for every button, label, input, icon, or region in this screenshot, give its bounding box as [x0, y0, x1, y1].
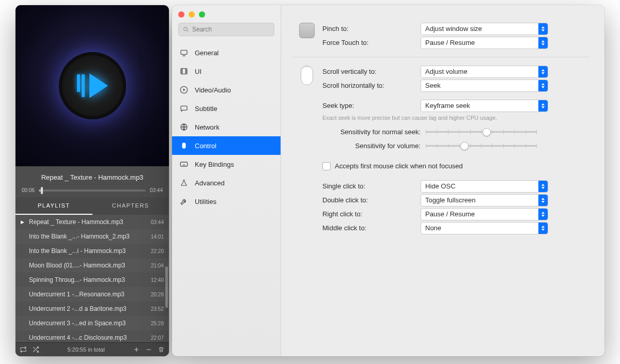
now-playing-title: Repeat _ Texture - Hammock.mp3 — [22, 173, 163, 181]
add-icon[interactable] — [133, 346, 140, 353]
keyboard-icon — [179, 160, 189, 168]
sidebar-item-subtitle[interactable]: Subtitle — [172, 99, 281, 118]
player-window: Repeat _ Texture - Hammock.mp3 00:06 03:… — [16, 5, 169, 356]
tv-icon — [179, 49, 189, 57]
double-click-label: Double click to: — [322, 196, 421, 204]
list-item[interactable]: Spinning Throug...- Hammock.mp312:40 — [16, 273, 169, 287]
sidebar-item-utilities[interactable]: Utilities — [172, 192, 281, 211]
playlist-tabs: PLAYLIST CHAPTERS — [16, 197, 169, 215]
track-duration: 20:28 — [151, 292, 164, 297]
sensitivity-seek-label: Sensitivity for normal seek: — [322, 128, 426, 136]
now-playing-bar: Repeat _ Texture - Hammock.mp3 00:06 03:… — [16, 166, 169, 197]
zoom-button[interactable] — [199, 11, 205, 18]
list-item[interactable]: Moon Blood (01....- Hammock.mp321:04 — [16, 258, 169, 273]
track-name: Undercurrent 4 -...c Disclosure.mp3 — [29, 334, 148, 341]
svg-rect-1 — [181, 50, 187, 54]
sidebar-item-key-bindings[interactable]: Key Bindings — [172, 155, 281, 173]
sidebar-item-label: Network — [195, 123, 220, 131]
first-click-label: Accepts first mouse click when not focus… — [335, 162, 463, 170]
track-duration: 03:44 — [151, 219, 164, 225]
track-duration: 14:01 — [151, 234, 164, 240]
single-click-select[interactable]: Hide OSC — [421, 180, 548, 193]
list-item[interactable]: Into the Blank _...i - Hammock.mp322:20 — [16, 244, 169, 258]
tab-chapters[interactable]: CHAPTERS — [92, 197, 169, 215]
track-name: Undercurrent 1 -...Resonance.mp3 — [29, 291, 148, 298]
sidebar-item-ui[interactable]: UI — [172, 62, 281, 81]
tab-playlist[interactable]: PLAYLIST — [16, 197, 92, 215]
playing-indicator-icon: ▶ — [21, 219, 29, 225]
svg-rect-4 — [181, 106, 187, 110]
time-elapsed: 00:06 — [22, 187, 35, 193]
player-footer: 5:20:55 in total — [16, 342, 169, 356]
scroll-vertical-select[interactable]: Adjust volume — [421, 66, 548, 78]
track-name: Into the Blank _...i - Hammock.mp3 — [29, 247, 148, 255]
pinch-label: Pinch to: — [322, 25, 421, 33]
preferences-content: Pinch to: Adjust window size Force Touch… — [281, 5, 605, 356]
track-name: Undercurrent 3 -...ed in Space.mp3 — [29, 320, 148, 327]
seek-type-select[interactable]: Keyframe seek — [421, 100, 548, 112]
sidebar-item-label: UI — [195, 68, 202, 75]
list-item[interactable]: Undercurrent 3 -...ed in Space.mp325:28 — [16, 316, 169, 330]
track-duration: 22:20 — [151, 248, 164, 254]
preferences-sidebar: Search GeneralUIVideo/AudioSubtitleNetwo… — [172, 5, 281, 356]
sidebar-item-general[interactable]: General — [172, 43, 281, 62]
close-button[interactable] — [178, 11, 184, 18]
sidebar-item-advanced[interactable]: Advanced — [172, 173, 281, 192]
sensitivity-volume-label: Sensitivity for volume: — [322, 142, 426, 150]
scrollbar[interactable] — [165, 266, 168, 308]
minimize-button[interactable] — [189, 11, 195, 18]
repeat-icon[interactable] — [20, 346, 27, 353]
list-item[interactable]: Undercurrent 2 -...d a Baritone.mp323:52 — [16, 302, 169, 316]
shuffle-icon[interactable] — [32, 346, 39, 353]
first-click-checkbox[interactable] — [322, 162, 331, 170]
mouse-group: Scroll vertically to: Adjust volume Scro… — [291, 57, 590, 242]
middle-click-select[interactable]: None — [421, 222, 548, 234]
sidebar-item-video-audio[interactable]: Video/Audio — [172, 81, 281, 99]
trash-icon[interactable] — [158, 346, 165, 353]
playlist-total: 5:20:55 in total — [44, 346, 128, 353]
mouse-icon — [301, 66, 313, 85]
scroll-horizontal-select[interactable]: Seek — [421, 80, 548, 92]
track-duration: 25:28 — [151, 321, 164, 326]
sidebar-item-network[interactable]: Network — [172, 118, 281, 136]
track-duration: 22:07 — [151, 335, 164, 341]
list-item[interactable]: Undercurrent 4 -...c Disclosure.mp322:07 — [16, 330, 169, 342]
list-item[interactable]: Into the Blank _...- Hammock_2.mp314:01 — [16, 229, 169, 244]
seek-bar[interactable] — [39, 189, 146, 192]
track-name: Spinning Throug...- Hammock.mp3 — [29, 276, 148, 283]
sensitivity-volume-slider[interactable] — [426, 141, 537, 151]
right-click-label: Right click to: — [322, 210, 421, 218]
sidebar-item-label: Advanced — [195, 179, 225, 187]
sidebar-item-label: General — [195, 49, 219, 57]
single-click-label: Single click to: — [322, 182, 421, 190]
sidebar-item-label: Subtitle — [195, 105, 217, 113]
trackpad-group: Pinch to: Adjust window size Force Touch… — [291, 14, 590, 57]
sidebar-item-label: Key Bindings — [195, 161, 234, 168]
track-name: Repeat _ Texture - Hammock.mp3 — [29, 218, 148, 226]
playlist[interactable]: ▶Repeat _ Texture - Hammock.mp303:44Into… — [16, 215, 169, 342]
track-name: Undercurrent 2 -...d a Baritone.mp3 — [29, 305, 148, 312]
remove-icon[interactable] — [145, 346, 152, 353]
middle-click-label: Middle click to: — [322, 224, 421, 232]
sidebar-item-label: Video/Audio — [195, 86, 231, 94]
pinch-select[interactable]: Adjust window size — [421, 23, 548, 35]
seek-type-hint: Exact seek is more precise but can cause… — [322, 115, 590, 121]
sidebar-item-control[interactable]: Control — [172, 136, 281, 155]
list-item[interactable]: ▶Repeat _ Texture - Hammock.mp303:44 — [16, 215, 169, 229]
sensitivity-seek-slider[interactable] — [426, 127, 537, 137]
sidebar-item-label: Utilities — [195, 198, 216, 205]
search-input[interactable]: Search — [178, 23, 274, 36]
right-click-select[interactable]: Pause / Resume — [421, 208, 548, 220]
svg-rect-6 — [182, 143, 186, 149]
play-icon — [77, 73, 108, 98]
trackpad-icon — [299, 23, 315, 38]
list-item[interactable]: Undercurrent 1 -...Resonance.mp320:28 — [16, 287, 169, 302]
track-duration: 21:04 — [151, 263, 164, 268]
app-logo — [59, 52, 126, 119]
film-icon — [179, 67, 189, 75]
force-touch-label: Force Touch to: — [322, 39, 421, 46]
force-touch-select[interactable]: Pause / Resume — [421, 37, 548, 49]
sidebar-item-label: Control — [195, 142, 216, 150]
svg-rect-7 — [180, 162, 187, 166]
double-click-select[interactable]: Toggle fullscreen — [421, 194, 548, 207]
